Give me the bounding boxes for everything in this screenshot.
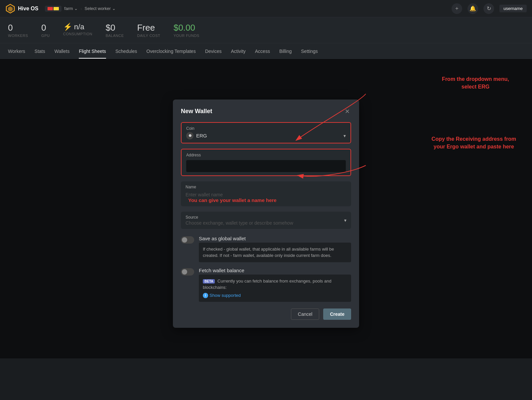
stat-consumption-label: CONSUMPTION — [63, 32, 92, 36]
fetch-balance-desc: BETA Currently you can fetch balance fro… — [199, 275, 351, 302]
nav-flight-sheets[interactable]: Flight Sheets — [79, 43, 106, 59]
nav-wallets[interactable]: Wallets — [55, 43, 69, 59]
modal-footer: Cancel Create — [181, 308, 351, 320]
name-hint-text: You can give your wallet a name here — [188, 197, 277, 203]
global-wallet-label: Save as global wallet — [199, 236, 351, 241]
coin-selector[interactable]: ⊛ ERG ▾ — [186, 132, 346, 139]
flag-yellow — [54, 7, 59, 10]
coin-chevron-down-icon: ▾ — [343, 133, 346, 138]
source-field[interactable]: Source Choose exchange, wallet type or d… — [181, 212, 351, 229]
refresh-button[interactable]: ↻ — [483, 3, 494, 14]
name-input[interactable] — [186, 192, 346, 197]
coin-label: Coin — [186, 126, 346, 131]
fetch-balance-content: Fetch wallet balance BETA Currently you … — [199, 268, 351, 302]
info-icon: i — [203, 293, 208, 298]
show-supported-link[interactable]: i Show supported — [203, 292, 241, 299]
user-menu[interactable]: username — [499, 5, 527, 12]
nav-workers[interactable]: Workers — [8, 43, 25, 59]
address-field: Address — [181, 149, 351, 176]
stats-bar: 0 WORKERS 0 GPU ⚡ n/a CONSUMPTION $0 BAL… — [0, 17, 532, 43]
fetch-balance-row: Fetch wallet balance BETA Currently you … — [181, 268, 351, 302]
nav-overclocking[interactable]: Overclocking Templates — [146, 43, 196, 59]
stat-gpu-value: 0 — [41, 23, 50, 33]
stat-gpu: 0 GPU — [41, 23, 50, 38]
logo: Hive OS — [5, 4, 38, 14]
nav-activity[interactable]: Activity — [231, 43, 245, 59]
global-wallet-row: Save as global wallet If checked - globa… — [181, 236, 351, 262]
fetch-balance-desc-text: Currently you can fetch balance from exc… — [203, 279, 332, 290]
stat-daily-cost-value: Free — [137, 23, 160, 33]
source-placeholder: Choose exchange, wallet type or describe… — [186, 220, 293, 226]
cancel-button[interactable]: Cancel — [291, 308, 320, 320]
coin-left: ⊛ ERG — [186, 132, 207, 139]
modal-title: New Wallet — [181, 108, 212, 115]
worker-selector[interactable]: Select worker ⌄ — [84, 6, 116, 11]
source-field-wrapper: Source Choose exchange, wallet type or d… — [186, 215, 293, 226]
stat-daily-cost-label: DAILY COST — [137, 34, 160, 38]
stat-your-funds-value: $0.00 — [174, 23, 200, 33]
source-label: Source — [186, 215, 293, 220]
name-field: Name You can give your wallet a name her… — [181, 181, 351, 206]
fetch-balance-toggle[interactable] — [181, 268, 194, 276]
farm-selector[interactable]: farm ⌄ — [64, 6, 78, 11]
name-label: Name — [186, 185, 346, 189]
nav-devices[interactable]: Devices — [205, 43, 222, 59]
farm-chevron: ⌄ — [74, 6, 78, 11]
stat-balance-label: BALANCE — [106, 34, 124, 38]
global-wallet-content: Save as global wallet If checked - globa… — [199, 236, 351, 262]
stat-your-funds-label: YOUR FUNDS — [174, 34, 200, 38]
separator: · — [80, 6, 82, 11]
navigation: Workers Stats Wallets Flight Sheets Sche… — [0, 43, 532, 59]
flag-red — [48, 7, 53, 10]
svg-marker-1 — [8, 6, 13, 12]
modal-header: New Wallet ✕ — [181, 107, 351, 115]
create-button[interactable]: Create — [323, 308, 351, 320]
flag-icons — [48, 7, 59, 10]
stat-workers-label: WORKERS — [8, 34, 28, 38]
global-wallet-toggle[interactable] — [181, 236, 194, 244]
main-content: From the dropdown menu, select ERG Copy … — [0, 59, 532, 358]
hive-logo-icon — [5, 4, 15, 14]
notifications-button[interactable]: 🔔 — [467, 3, 478, 14]
stat-gpu-label: GPU — [41, 34, 50, 38]
coin-name: ERG — [196, 133, 207, 138]
logo-text: Hive OS — [18, 6, 38, 12]
address-input[interactable] — [186, 160, 346, 172]
farm-badge[interactable] — [45, 6, 62, 12]
coin-icon: ⊛ — [186, 132, 194, 139]
stat-consumption-value: ⚡ n/a — [63, 23, 92, 31]
stat-consumption: ⚡ n/a CONSUMPTION — [63, 23, 92, 38]
nav-settings[interactable]: Settings — [301, 43, 318, 59]
stat-workers: 0 WORKERS — [8, 23, 28, 38]
stat-your-funds: $0.00 YOUR FUNDS — [174, 23, 200, 38]
stat-daily-cost: Free DAILY COST — [137, 23, 160, 38]
topbar: Hive OS farm ⌄ · Select worker ⌄ ＋ 🔔 ↻ u… — [0, 0, 532, 17]
nav-schedules[interactable]: Schedules — [115, 43, 137, 59]
topbar-right: ＋ 🔔 ↻ username — [452, 3, 527, 14]
beta-badge: BETA — [203, 279, 215, 284]
add-button[interactable]: ＋ — [452, 3, 462, 14]
nav-access[interactable]: Access — [255, 43, 270, 59]
modal-wrapper: New Wallet ✕ Coin ⊛ ERG ▾ Address — [0, 59, 532, 358]
fetch-balance-label: Fetch wallet balance — [199, 268, 351, 273]
stat-balance: $0 BALANCE — [106, 23, 124, 38]
show-supported-text: Show supported — [209, 292, 241, 299]
new-wallet-modal: New Wallet ✕ Coin ⊛ ERG ▾ Address — [173, 100, 359, 328]
farm-section: farm ⌄ · Select worker ⌄ — [45, 6, 116, 12]
coin-field[interactable]: Coin ⊛ ERG ▾ — [181, 122, 351, 143]
source-chevron-down-icon: ▾ — [344, 218, 346, 223]
modal-close-button[interactable]: ✕ — [343, 107, 351, 115]
nav-billing[interactable]: Billing — [279, 43, 292, 59]
nav-stats[interactable]: Stats — [35, 43, 45, 59]
address-label: Address — [186, 153, 346, 157]
global-wallet-desc: If checked - global wallet, that applica… — [199, 243, 351, 262]
stat-workers-value: 0 — [8, 23, 28, 33]
farm-name: farm — [64, 6, 73, 11]
stat-balance-value: $0 — [106, 23, 124, 33]
